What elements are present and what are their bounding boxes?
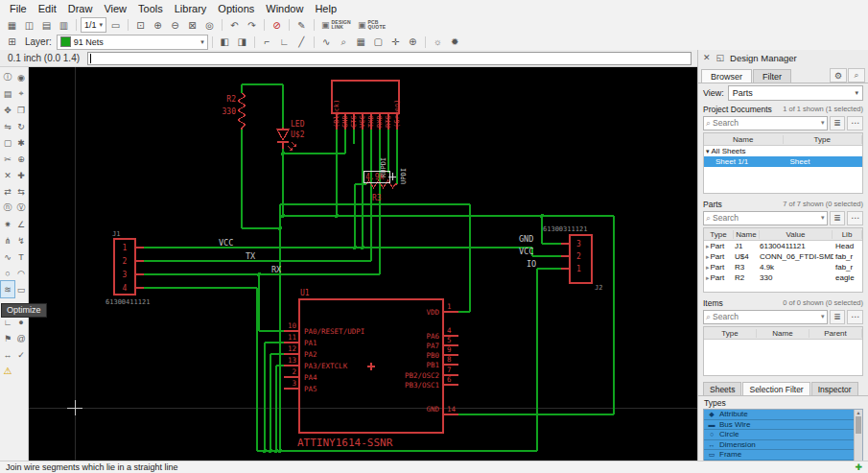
documents-search-input[interactable] [713,118,819,128]
column-type[interactable]: Type [704,329,757,338]
column-type[interactable]: Type [704,230,734,239]
close-panel-icon[interactable]: ✕ [703,53,711,62]
move-icon[interactable]: ✥ [1,102,14,118]
crosshair-icon[interactable]: ✛ [387,35,404,49]
paste-icon[interactable]: ⊕ [14,151,28,167]
parts-table-row[interactable]: ▸PartJ161300411121Head [704,241,862,251]
menu-tools[interactable]: Tools [132,2,169,15]
display-icon[interactable]: ▤ [1,85,14,102]
erc-icon[interactable]: ✓ [14,346,28,363]
zoom-out-icon[interactable]: ⊖ [167,18,183,33]
menu-window[interactable]: Window [260,2,309,15]
save-icon[interactable]: ◫ [21,18,37,33]
command-input[interactable] [87,52,692,65]
column-name[interactable]: Name [757,329,809,338]
layer-show-icon[interactable]: ◧ [217,35,233,49]
ic-u1[interactable]: PA0/RESET/UDPI PA1 PA2 PA3/EXTCLK PA4 PA… [284,289,458,449]
undock-panel-icon[interactable]: ◱ [716,53,725,62]
pcb-quote-button[interactable]: ▣PCBQUOTE [355,20,388,31]
resistor-r2[interactable]: R2 330 [223,93,246,130]
name-icon[interactable]: ⓝ [1,200,14,216]
items-more-icon[interactable]: ⋯ [847,310,863,324]
parts-table-row[interactable]: ▸PartU$4CONN_06_FTDI-SMD-HEADERfab_r [704,251,862,262]
parts-search[interactable]: ⌕ ▾ [703,211,828,225]
change-icon[interactable]: ✱ [14,134,28,151]
connector-j2[interactable]: 3 2 1 61300311121 J2 [543,225,602,292]
panel-tools-icon[interactable]: ⚙ [830,68,847,83]
documents-more-icon[interactable]: ⋯ [847,116,863,130]
design-link-button[interactable]: ▣DESIGNLINK [318,20,354,31]
miter-icon[interactable]: ∠ [14,216,28,232]
attribute-icon[interactable]: @ [14,330,28,346]
panel-search-icon[interactable]: ⌕ [848,68,865,83]
menu-help[interactable]: Help [309,2,342,15]
undo-icon[interactable]: ↶ [226,18,243,33]
junction-icon[interactable]: ● [14,314,28,330]
parts-table-row[interactable]: ▸PartR34.9kfab_r [704,262,862,272]
layer-select[interactable]: 91 Nets▾ [57,35,208,50]
spacer-icon[interactable] [14,363,28,379]
stop-icon[interactable]: ⊘ [269,18,285,33]
export-image-icon[interactable]: ▥ [56,18,72,33]
split-icon[interactable]: ⋔ [1,232,14,248]
mark-icon[interactable]: ⌖ [14,85,28,102]
table-row-sheet[interactable]: Sheet 1/1 Sheet [704,156,862,167]
zoom-in-icon[interactable]: ⊕ [150,18,166,33]
show-icon[interactable]: ◉ [14,69,28,85]
parts-menu-icon[interactable]: ≣ [830,211,846,225]
documents-search[interactable]: ⌕ ▾ [703,116,828,130]
junction-tool-icon[interactable]: ⊕ [405,35,421,49]
column-lib[interactable]: Lib [833,230,862,239]
frame-icon[interactable]: ▭ [107,18,124,33]
zoom-redraw-icon[interactable]: ◎ [201,18,218,33]
label-icon[interactable]: ⚑ [1,330,14,346]
view-select[interactable]: Parts ▾ [728,85,863,101]
net-labels[interactable]: VCC TX RX GND VCC IO [219,234,536,274]
scrollbar-thumb[interactable] [856,416,861,434]
circle-icon[interactable]: ○ [1,265,14,281]
zoom-select-icon[interactable]: ⊡ [132,18,149,33]
net-label-updi[interactable]: UPDI [400,168,408,184]
errors-icon[interactable]: ⚠ [1,363,14,379]
layer-hide-icon[interactable]: ◨ [234,35,250,49]
menu-draw[interactable]: Draw [62,2,99,15]
tab-filter[interactable]: Filter [753,69,791,83]
polygon-icon[interactable]: ▰ [1,297,14,314]
tab-inspector[interactable]: Inspector [811,382,858,395]
parts-table-row[interactable]: ▸PartR2330eagle [704,272,862,283]
edit-icon[interactable]: ✎ [293,18,310,33]
expand-triangle-icon[interactable]: ▾ [706,148,710,154]
grid-icon[interactable]: ⊞ [4,35,20,49]
net-wire-icon[interactable]: ∿ [1,248,14,265]
mirror-icon[interactable]: ⇋ [1,118,14,134]
pinswap-icon[interactable]: ⇄ [1,183,14,200]
add-icon[interactable]: ✚ [14,167,28,183]
parts-search-input[interactable] [713,213,819,223]
items-menu-icon[interactable]: ≣ [830,310,846,324]
menu-library[interactable]: Library [169,2,213,15]
parts-more-icon[interactable]: ⋯ [847,211,863,225]
menu-options[interactable]: Options [212,2,260,15]
value-icon[interactable]: ⓥ [14,200,28,216]
arc-icon[interactable]: ◠ [14,265,28,281]
grid-dots-icon[interactable]: ▦ [353,35,369,49]
tab-selection-filter[interactable]: Selection Filter [742,382,809,395]
menu-edit[interactable]: Edit [33,2,62,15]
sheet-settings-icon[interactable]: ▦ [4,18,20,33]
rotate-icon[interactable]: ↻ [14,118,28,134]
column-type[interactable]: Type [784,135,863,144]
redo-icon[interactable]: ↷ [244,18,260,33]
type-row-bus-wire[interactable]: ▬Bus Wire [704,420,862,431]
schematic-canvas[interactable]: R2 330 LED U$2 (Black) [29,67,697,461]
bend-corner-icon[interactable]: ∟ [276,35,293,49]
copy-icon[interactable]: ❐ [14,102,28,118]
menu-view[interactable]: View [98,2,132,15]
info-icon[interactable]: ⓘ [1,69,14,85]
bend-right-angle-icon[interactable]: ⌐ [259,35,275,49]
bend-diagonal-icon[interactable]: ╱ [293,35,310,49]
wire-icon[interactable]: ∿ [318,35,335,49]
type-row-frame[interactable]: ▭Frame [704,450,862,461]
dimension-icon[interactable]: ↔ [1,346,14,363]
column-name[interactable]: Name [734,230,760,239]
net-icon[interactable]: ∟ [1,314,14,330]
